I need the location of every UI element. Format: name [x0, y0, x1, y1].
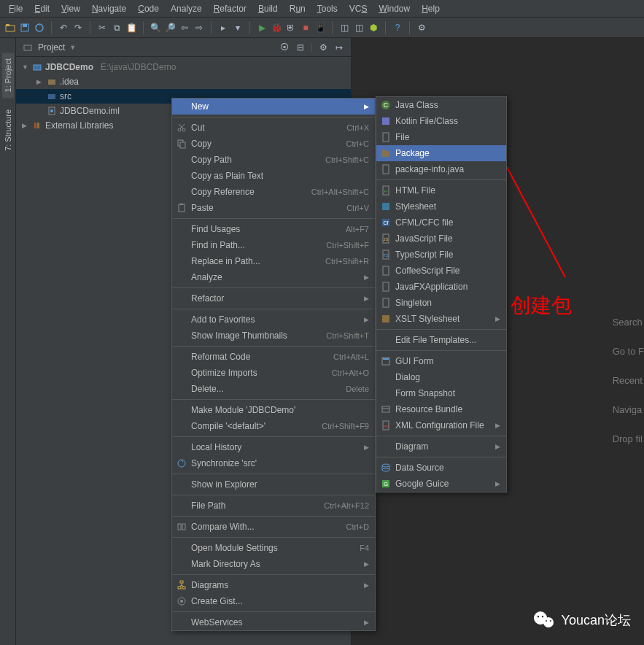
android-icon[interactable]: ⬢ [368, 22, 379, 34]
context-item-optimize-imports[interactable]: Optimize ImportsCtrl+Alt+O [172, 365, 375, 381]
context-item-analyze[interactable]: Analyze▶ [172, 269, 375, 285]
leftbar-structure[interactable]: 7: Structure [2, 104, 14, 157]
help-icon[interactable]: ? [392, 22, 403, 34]
leftbar-project[interactable]: 1: Project [2, 53, 14, 98]
new-submenu-item-resource-bundle[interactable]: Resource Bundle [376, 401, 506, 417]
sync-icon[interactable] [34, 22, 45, 34]
menu-build[interactable]: Build [252, 2, 284, 15]
expand-icon[interactable]: ▶ [22, 122, 29, 129]
coverage-icon[interactable]: ⛨ [285, 22, 297, 34]
menu-help[interactable]: Help [416, 2, 446, 15]
context-item-copy-reference[interactable]: Copy ReferenceCtrl+Alt+Shift+C [172, 184, 375, 200]
context-item-refactor[interactable]: Refactor▶ [172, 290, 375, 306]
context-item-reformat-code[interactable]: Reformat CodeCtrl+Alt+L [172, 349, 375, 365]
menu-run[interactable]: Run [284, 2, 311, 15]
context-item-synchronize-src-[interactable]: Synchronize 'src' [172, 455, 375, 471]
paste-icon[interactable]: 📋 [125, 22, 137, 34]
context-item-paste[interactable]: PasteCtrl+V [172, 200, 375, 216]
make-icon[interactable]: ▸ [217, 22, 229, 34]
open-icon[interactable] [4, 22, 16, 34]
new-submenu-item-stylesheet[interactable]: Stylesheet [376, 198, 506, 215]
menu-navigate[interactable]: Navigate [86, 2, 132, 15]
menu-tools[interactable]: Tools [311, 2, 344, 15]
new-submenu-item-coffeescript-file[interactable]: CoffeeScript File [376, 263, 506, 279]
forward-icon[interactable]: ⇨ [193, 22, 205, 34]
context-item-webservices[interactable]: WebServices▶ [172, 614, 375, 630]
run-icon[interactable]: ▶ [256, 22, 268, 34]
undo-icon[interactable]: ↶ [58, 22, 69, 34]
context-item-make-module-jdbcdemo-[interactable]: Make Module 'JDBCDemo' [172, 402, 375, 418]
context-item-create-gist-[interactable]: Create Gist... [172, 593, 375, 609]
save-icon[interactable] [19, 22, 31, 34]
new-submenu-item-google-guice[interactable]: GGoogle Guice▶ [376, 476, 506, 492]
context-item-cut[interactable]: CutCtrl+X [172, 120, 375, 136]
new-submenu-item-kotlin-file-class[interactable]: Kotlin File/Class [376, 113, 506, 129]
context-item-mark-directory-as[interactable]: Mark Directory As▶ [172, 556, 375, 572]
find-icon[interactable]: 🔍 [150, 22, 161, 34]
new-submenu-item-cfml-cfc-file[interactable]: CfCFML/CFC file [376, 215, 506, 231]
context-item-diagrams[interactable]: Diagrams▶ [172, 577, 375, 593]
new-submenu-item-package-info-java[interactable]: package-info.java [376, 161, 506, 177]
new-submenu-item-package[interactable]: Package [376, 145, 506, 161]
new-submenu-item-xslt-stylesheet[interactable]: XSLT Stylesheet▶ [376, 311, 506, 327]
new-submenu-item-form-snapshot[interactable]: Form Snapshot [376, 385, 506, 401]
new-submenu-item-dialog[interactable]: Dialog [376, 369, 506, 385]
replace-icon[interactable]: 🔎 [164, 22, 176, 34]
gear-icon[interactable]: ⚙ [317, 42, 329, 53]
new-submenu-item-file[interactable]: File [376, 129, 506, 145]
cut-icon[interactable]: ✂ [96, 22, 108, 34]
new-submenu-item-singleton[interactable]: Singleton [376, 295, 506, 311]
context-item-file-path[interactable]: File PathCtrl+Alt+F12 [172, 498, 375, 514]
chevron-down-icon[interactable]: ▼ [69, 44, 76, 51]
extra-icon[interactable]: ⚙ [416, 22, 427, 34]
copy-icon[interactable]: ⧉ [111, 22, 123, 34]
avd-icon[interactable]: 📱 [314, 22, 326, 34]
tree-idea[interactable]: ▶ .idea [16, 74, 351, 89]
context-item-copy-path[interactable]: Copy PathCtrl+Shift+C [172, 152, 375, 168]
new-submenu-item-diagram[interactable]: Diagram▶ [376, 439, 506, 455]
menu-code[interactable]: Code [132, 2, 165, 15]
expand-icon[interactable]: ▶ [36, 78, 44, 85]
context-item-add-to-favorites[interactable]: Add to Favorites▶ [172, 312, 375, 328]
config-icon[interactable]: ▾ [232, 22, 244, 34]
menu-file[interactable]: File [3, 2, 28, 15]
redo-icon[interactable]: ↷ [72, 22, 84, 34]
new-submenu-item-data-source[interactable]: Data Source [376, 460, 506, 476]
back-icon[interactable]: ⇦ [179, 22, 190, 34]
context-item-replace-in-path-[interactable]: Replace in Path...Ctrl+Shift+R [172, 253, 375, 269]
new-submenu[interactable]: CJava ClassKotlin File/ClassFilePackagep… [376, 96, 507, 493]
stop-icon[interactable]: ■ [300, 22, 311, 34]
tree-root[interactable]: ▼ JDBCDemo E:\java\JDBCDemo [16, 60, 351, 74]
ps1-icon[interactable]: ◫ [338, 22, 350, 34]
context-item-local-history[interactable]: Local History▶ [172, 439, 375, 455]
context-item-find-usages[interactable]: Find UsagesAlt+F7 [172, 221, 375, 237]
context-menu[interactable]: New▶CutCtrl+XCopyCtrl+CCopy PathCtrl+Shi… [171, 98, 376, 631]
context-item-copy[interactable]: CopyCtrl+C [172, 136, 375, 152]
new-submenu-item-javafxapplication[interactable]: JavaFXApplication [376, 279, 506, 295]
context-item-show-in-explorer[interactable]: Show in Explorer [172, 476, 375, 493]
context-item-open-module-settings[interactable]: Open Module SettingsF4 [172, 540, 375, 556]
menu-view[interactable]: View [55, 2, 86, 15]
debug-icon[interactable]: 🐞 [271, 22, 282, 34]
menu-vcs[interactable]: VCS [344, 2, 373, 15]
menu-window[interactable]: Window [373, 2, 416, 15]
scroll-to-icon[interactable]: ⦿ [279, 42, 290, 53]
collapse-icon[interactable]: ⊟ [295, 42, 306, 53]
context-item-new[interactable]: New▶ [172, 99, 375, 115]
context-item-find-in-path-[interactable]: Find in Path...Ctrl+Shift+F [172, 237, 375, 253]
new-submenu-item-html-file[interactable]: HHTML File [376, 182, 506, 198]
new-submenu-item-edit-file-templates-[interactable]: Edit File Templates... [376, 332, 506, 348]
context-item-compile-default-[interactable]: Compile '<default>'Ctrl+Shift+F9 [172, 418, 375, 434]
new-submenu-item-gui-form[interactable]: GUI Form [376, 353, 506, 369]
new-submenu-item-javascript-file[interactable]: JSJavaScript File [376, 231, 506, 247]
new-submenu-item-java-class[interactable]: CJava Class [376, 97, 506, 113]
new-submenu-item-typescript-file[interactable]: TSTypeScript File [376, 247, 506, 263]
expand-icon[interactable]: ▼ [22, 63, 29, 71]
context-item-copy-as-plain-text[interactable]: Copy as Plain Text [172, 168, 375, 184]
menu-refactor[interactable]: Refactor [208, 2, 252, 15]
menu-edit[interactable]: Edit [28, 2, 55, 15]
ps2-icon[interactable]: ◫ [353, 22, 365, 34]
new-submenu-item-xml-configuration-file[interactable]: xmlXML Configuration File▶ [376, 417, 506, 433]
hide-icon[interactable]: ↦ [333, 42, 345, 53]
context-item-delete-[interactable]: Delete...Delete [172, 381, 375, 397]
